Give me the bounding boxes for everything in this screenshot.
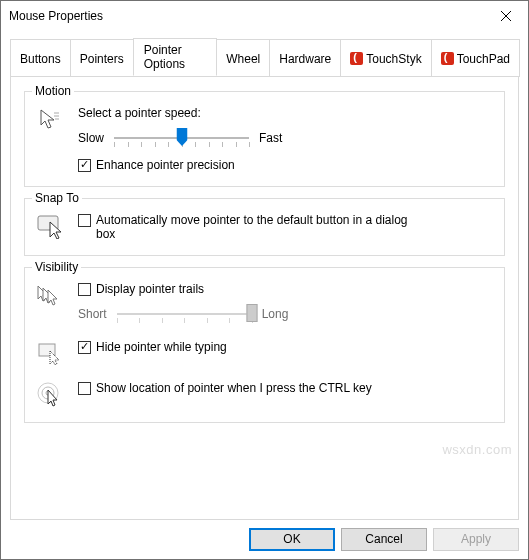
pointer-trails-checkbox[interactable] [78,283,91,296]
window-title: Mouse Properties [9,9,483,23]
tab-label: Pointer Options [144,43,206,71]
pointer-options-panel: Motion Select a pointer speed: Slow [10,76,519,520]
hide-typing-label: Hide pointer while typing [96,340,227,354]
cancel-button[interactable]: Cancel [341,528,427,551]
synaptics-icon [350,52,363,65]
close-button[interactable] [483,1,528,31]
enhance-precision-label: Enhance pointer precision [96,158,235,172]
enhance-precision-checkbox[interactable] [78,159,91,172]
auto-move-label: Automatically move pointer to the defaul… [96,213,426,241]
tab-pointers[interactable]: Pointers [70,39,134,77]
slider-thumb [246,304,257,322]
ctrl-locate-checkbox[interactable] [78,382,91,395]
ctrl-locate-label: Show location of pointer when I press th… [96,381,372,395]
hide-typing-icon [36,340,63,367]
mouse-properties-window: Mouse Properties Buttons Pointers Pointe… [0,0,529,560]
auto-move-checkbox[interactable] [78,214,91,227]
dialog-footer: OK Cancel Apply [1,520,528,559]
close-icon [501,11,511,21]
apply-button: Apply [433,528,519,551]
long-label: Long [262,307,289,321]
hide-typing-checkbox[interactable] [78,341,91,354]
tab-label: Buttons [20,52,61,66]
tab-label: Hardware [279,52,331,66]
slider-thumb[interactable] [176,128,187,146]
tab-touchstyk[interactable]: TouchStyk [340,39,431,77]
snap-to-icon [36,213,63,240]
short-label: Short [78,307,107,321]
pointer-trails-icon [36,282,63,309]
tab-pointer-options[interactable]: Pointer Options [133,38,217,76]
snap-to-group: Snap To Automatically move pointer to th… [24,198,505,256]
tab-touchpad[interactable]: TouchPad [431,39,520,77]
cursor-speed-icon [36,106,63,133]
select-speed-label: Select a pointer speed: [78,106,493,120]
snap-to-title: Snap To [32,191,82,205]
tab-label: TouchPad [457,52,510,66]
tab-hardware[interactable]: Hardware [269,39,341,77]
watermark: wsxdn.com [442,442,512,457]
titlebar: Mouse Properties [1,1,528,31]
tab-wheel[interactable]: Wheel [216,39,270,77]
fast-label: Fast [259,131,282,145]
visibility-group: Visibility Display pointer trails [24,267,505,423]
motion-group: Motion Select a pointer speed: Slow [24,91,505,187]
motion-title: Motion [32,84,74,98]
content-area: Buttons Pointers Pointer Options Wheel H… [1,31,528,520]
tab-buttons[interactable]: Buttons [10,39,71,77]
synaptics-icon [441,52,454,65]
visibility-title: Visibility [32,260,81,274]
pointer-trails-label: Display pointer trails [96,282,204,296]
trails-length-slider [117,304,252,324]
pointer-speed-slider[interactable] [114,128,249,148]
tab-strip: Buttons Pointers Pointer Options Wheel H… [10,38,519,76]
tab-label: Wheel [226,52,260,66]
tab-label: TouchStyk [366,52,421,66]
tab-label: Pointers [80,52,124,66]
slow-label: Slow [78,131,104,145]
ctrl-locate-icon [36,381,63,408]
ok-button[interactable]: OK [249,528,335,551]
